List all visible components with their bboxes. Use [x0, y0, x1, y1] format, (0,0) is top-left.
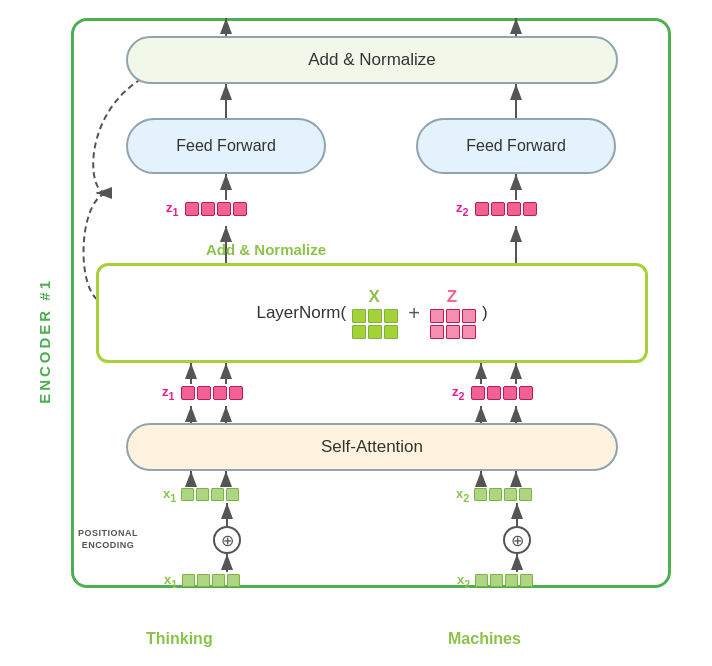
x1-in-block-3: [211, 488, 224, 501]
x1-bot-label: x1: [164, 572, 177, 590]
z2-label-mid: z2: [452, 384, 465, 402]
z1-blocks-mid: z1: [162, 384, 243, 402]
add-norm-top: Add & Normalize: [126, 36, 618, 84]
z1-mid-block-4: [229, 386, 243, 400]
z2-label-top: z2: [456, 200, 469, 218]
layernorm-box: LayerNorm( X + Z ): [96, 263, 648, 363]
x1-bot-block-3: [212, 574, 225, 587]
z1-label-top: z1: [166, 200, 179, 218]
z2-block-2: [491, 202, 505, 216]
x1-bot-block-4: [227, 574, 240, 587]
self-attention-label: Self-Attention: [321, 437, 423, 457]
x2-bot-block-3: [505, 574, 518, 587]
plus-sign-layernorm: +: [408, 302, 420, 325]
word-machines: Machines: [448, 630, 521, 648]
feed-forward-left-label: Feed Forward: [176, 137, 276, 155]
x1-bot-block-1: [182, 574, 195, 587]
x1-bot-block-2: [197, 574, 210, 587]
x2-input-blocks: x2: [456, 486, 532, 504]
z2-mid-block-4: [519, 386, 533, 400]
x2-in-block-1: [474, 488, 487, 501]
z2-mid-block-3: [503, 386, 517, 400]
z1-block-4: [233, 202, 247, 216]
encoder-label: ENCODER #1: [36, 278, 53, 404]
z2-mid-block-2: [487, 386, 501, 400]
x1-in-block-2: [196, 488, 209, 501]
z1-block-1: [185, 202, 199, 216]
x2-bot-block-1: [475, 574, 488, 587]
layernorm-close: ): [482, 303, 488, 323]
x1-in-block-4: [226, 488, 239, 501]
z2-block-4: [523, 202, 537, 216]
x-grid-layernorm: [352, 309, 398, 339]
x2-in-block-4: [519, 488, 532, 501]
z2-blocks-top: z2: [456, 200, 537, 218]
positional-encoding-label: POSITIONALENCODING: [78, 528, 138, 551]
z2-block-1: [475, 202, 489, 216]
z2-blocks-mid: z2: [452, 384, 533, 402]
z1-mid-block-2: [197, 386, 211, 400]
x2-bot-block-4: [520, 574, 533, 587]
x-label-layernorm: X: [369, 287, 380, 307]
z1-mid-block-1: [181, 386, 195, 400]
feed-forward-right: Feed Forward: [416, 118, 616, 174]
x1-input-blocks: x1: [163, 486, 239, 504]
x2-input-label: x2: [456, 486, 469, 504]
word-thinking: Thinking: [146, 630, 213, 648]
pos-enc-circle-left: ⊕: [213, 526, 241, 554]
x2-bottom-blocks: x2: [457, 572, 533, 590]
add-norm-middle: Add & Normalize: [206, 241, 326, 258]
z2-block-3: [507, 202, 521, 216]
x2-bot-label: x2: [457, 572, 470, 590]
pos-enc-circle-right: ⊕: [503, 526, 531, 554]
z-grid-layernorm: [430, 309, 476, 339]
x2-in-block-2: [489, 488, 502, 501]
x2-bot-block-2: [490, 574, 503, 587]
z-label-layernorm: Z: [447, 287, 457, 307]
z1-blocks-top: z1: [166, 200, 247, 218]
x1-in-block-1: [181, 488, 194, 501]
self-attention-box: Self-Attention: [126, 423, 618, 471]
z1-mid-block-3: [213, 386, 227, 400]
z2-mid-block-1: [471, 386, 485, 400]
x1-input-label: x1: [163, 486, 176, 504]
z1-block-3: [217, 202, 231, 216]
layernorm-text: LayerNorm(: [256, 303, 346, 323]
x2-in-block-3: [504, 488, 517, 501]
feed-forward-right-label: Feed Forward: [466, 137, 566, 155]
x1-bottom-blocks: x1: [164, 572, 240, 590]
z1-block-2: [201, 202, 215, 216]
feed-forward-left: Feed Forward: [126, 118, 326, 174]
z1-label-mid: z1: [162, 384, 175, 402]
add-norm-top-label: Add & Normalize: [308, 50, 436, 70]
